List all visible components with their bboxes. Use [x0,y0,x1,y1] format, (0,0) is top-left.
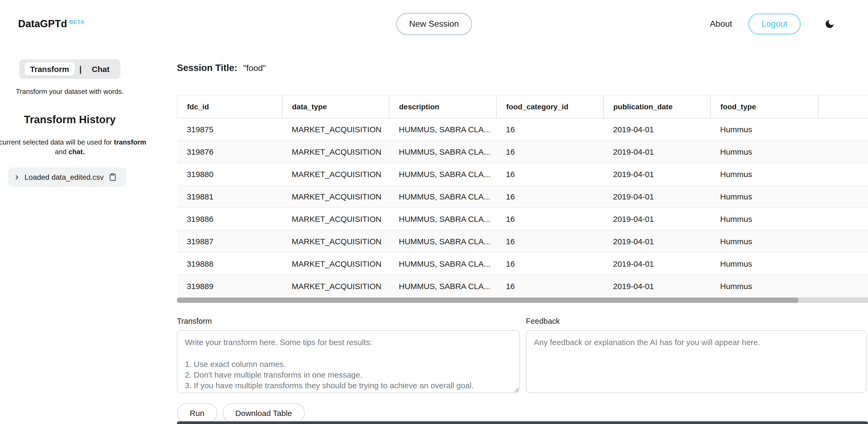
table-cell: HUMMUS, SABRA CLA... [389,230,496,253]
table-row[interactable]: 319887MARKET_ACQUISITIONHUMMUS, SABRA CL… [177,230,868,253]
about-link[interactable]: About [710,19,733,29]
table-cell-ghost [818,230,868,253]
chevron-right-icon [14,174,20,180]
new-session-button[interactable]: New Session [396,12,472,35]
table-cell: 319889 [177,275,282,297]
history-note-mid: and [55,148,68,156]
table-cell: 2019-04-01 [603,230,711,253]
table-header-cell: food_type [711,95,818,118]
table-cell: 319875 [177,118,282,141]
table-header-row: fdc_iddata_typedescriptionfood_category_… [177,95,868,118]
history-note-text: e current selected data will be used for [0,138,114,146]
table-cell-ghost [818,208,868,230]
table-cell: 2019-04-01 [603,275,711,297]
table-cell: MARKET_ACQUISITION [282,275,389,297]
table-body: 319875MARKET_ACQUISITIONHUMMUS, SABRA CL… [177,118,868,297]
header: DataGPTd BETA New Session About Logout [0,0,868,48]
table-cell: 16 [496,230,603,253]
table-cell: MARKET_ACQUISITION [282,230,389,253]
table-cell: 16 [496,185,603,208]
table-cell: 16 [496,141,603,163]
header-right: About Logout [710,13,835,34]
sidebar: Transform | Chat Transform your dataset … [0,48,140,187]
table-horizontal-scrollbar[interactable] [177,298,868,303]
table-cell: MARKET_ACQUISITION [282,118,389,141]
sidebar-caption: Transform your dataset with words. [0,87,140,95]
table-cell: 319886 [177,208,282,230]
logo-text: DataGPTd [18,18,67,30]
table-row[interactable]: 319881MARKET_ACQUISITIONHUMMUS, SABRA CL… [177,185,868,208]
table-cell: 319888 [177,253,282,275]
table-cell: Hummus [711,185,818,208]
table-cell: HUMMUS, SABRA CLA... [389,141,496,163]
table-cell: 16 [496,208,603,230]
app-root: DataGPTd BETA New Session About Logout T… [0,0,868,424]
table-header-cell: description [389,95,496,118]
table-header-cell: data_type [282,95,389,118]
table-cell: Hummus [711,253,818,275]
table-cell: 319881 [177,185,282,208]
run-button[interactable]: Run [177,403,217,423]
io-row: Transform Feedback [177,317,868,395]
table-cell: 319887 [177,230,282,253]
table-cell: HUMMUS, SABRA CLA... [389,275,496,297]
table-cell: 2019-04-01 [603,141,711,163]
table-cell: 16 [496,118,603,141]
feedback-panel: Feedback [526,317,866,395]
history-note-bold-chat: chat. [68,148,85,156]
logout-button[interactable]: Logout [748,13,801,34]
table-cell: HUMMUS, SABRA CLA... [389,208,496,230]
table-row[interactable]: 319875MARKET_ACQUISITIONHUMMUS, SABRA CL… [177,118,868,141]
transform-input[interactable] [177,330,520,393]
loaded-dataset-item[interactable]: Loaded data_edited.csv [8,168,126,187]
table-cell: MARKET_ACQUISITION [282,185,389,208]
table-row[interactable]: 319880MARKET_ACQUISITIONHUMMUS, SABRA CL… [177,163,868,185]
actions-row: Run Download Table [177,403,868,423]
tab-chat[interactable]: Chat [87,62,115,76]
download-table-button[interactable]: Download Table [222,403,305,423]
table: fdc_iddata_typedescriptionfood_category_… [177,95,868,298]
table-cell-ghost [818,141,868,163]
table-header-cell-ghost [818,95,868,118]
scrollbar-thumb[interactable] [177,298,799,303]
table-cell: HUMMUS, SABRA CLA... [389,118,496,141]
table-cell: Hummus [711,230,818,253]
table-cell: 319880 [177,163,282,185]
table-cell: Hummus [711,118,818,141]
bottom-bar [177,421,868,424]
table-row[interactable]: 319876MARKET_ACQUISITIONHUMMUS, SABRA CL… [177,141,868,163]
table-header-cell: fdc_id [177,95,282,118]
table-cell-ghost [818,118,868,141]
table-cell: MARKET_ACQUISITION [282,208,389,230]
table-cell: 16 [496,253,603,275]
tab-transform[interactable]: Transform [25,62,74,76]
table-cell: HUMMUS, SABRA CLA... [389,253,496,275]
clipboard-icon[interactable] [108,173,117,181]
data-table: fdc_iddata_typedescriptionfood_category_… [177,95,868,298]
table-cell: 2019-04-01 [603,208,711,230]
history-note-bold-transform: transform [114,138,146,146]
table-cell: MARKET_ACQUISITION [282,141,389,163]
table-cell: Hummus [711,275,818,297]
moon-icon [824,19,835,29]
transform-panel: Transform [177,317,520,395]
table-row[interactable]: 319886MARKET_ACQUISITIONHUMMUS, SABRA CL… [177,208,868,230]
session-title-row: Session Title: "food" [177,62,868,74]
history-note: e current selected data will be used for… [0,138,148,157]
table-cell-ghost [818,185,868,208]
table-row[interactable]: 319889MARKET_ACQUISITIONHUMMUS, SABRA CL… [177,275,868,297]
table-cell: 2019-04-01 [603,185,711,208]
loaded-dataset-label: Loaded data_edited.csv [25,173,104,181]
feedback-output[interactable] [526,330,866,393]
beta-badge: BETA [69,19,85,25]
table-cell: Hummus [711,141,818,163]
table-header-cell: food_category_id [496,95,603,118]
table-cell: 16 [496,275,603,297]
table-row[interactable]: 319888MARKET_ACQUISITIONHUMMUS, SABRA CL… [177,253,868,275]
dark-mode-toggle[interactable] [824,19,835,29]
table-cell: HUMMUS, SABRA CLA... [389,163,496,185]
session-title-value: "food" [243,63,266,73]
session-title-label: Session Title: [177,62,237,74]
table-cell-ghost [818,163,868,185]
tab-divider: | [80,64,82,74]
